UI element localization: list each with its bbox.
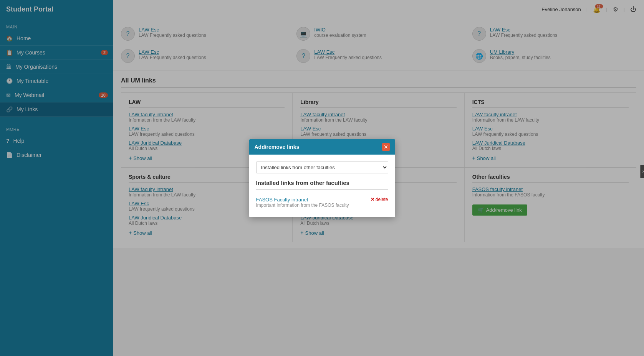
modal-link-info: FASOS Faculty intranet Important informa… [256,197,349,208]
modal-link-item: FASOS Faculty intranet Important informa… [256,194,388,210]
modal-link-name[interactable]: FASOS Faculty intranet [256,197,308,203]
modal-overlay: Add/remove links ✕ Installed links from … [0,0,644,356]
modal-section-title: Installed links from other faculties [256,180,388,190]
add-remove-modal: Add/remove links ✕ Installed links from … [249,139,395,217]
modal-title: Add/remove links [255,144,300,150]
modal-link-desc: Important information from the FASOS fac… [256,203,349,208]
delete-link-button[interactable]: ✕ delete [371,197,388,202]
modal-category-dropdown[interactable]: Installed links from other faculties Add… [256,162,388,173]
modal-close-button[interactable]: ✕ [382,143,390,151]
delete-label: delete [376,197,388,202]
modal-body: Installed links from other faculties Add… [249,155,395,217]
modal-header: Add/remove links ✕ [249,139,395,155]
x-icon: ✕ [371,197,374,202]
